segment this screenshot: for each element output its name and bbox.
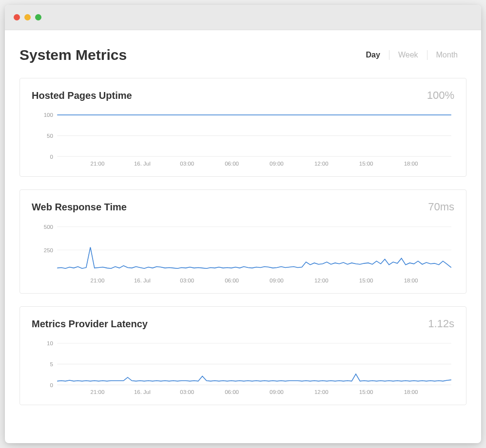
range-month[interactable]: Month	[428, 51, 467, 59]
svg-text:0: 0	[50, 382, 53, 388]
svg-text:5: 5	[50, 361, 53, 367]
svg-text:03:00: 03:00	[180, 389, 194, 395]
range-day[interactable]: Day	[357, 51, 389, 59]
svg-text:21:00: 21:00	[91, 389, 105, 395]
svg-text:16. Jul: 16. Jul	[134, 389, 151, 395]
svg-text:18:00: 18:00	[404, 161, 418, 167]
card-header: Web Response Time 70ms	[32, 201, 454, 213]
chart-series-line	[57, 374, 451, 381]
page-content: System Metrics Day Week Month Hosted Pag…	[5, 30, 481, 443]
card-title: Hosted Pages Uptime	[32, 90, 132, 101]
svg-text:500: 500	[44, 224, 53, 230]
chart-svg: 25050021:0016. Jul03:0006:0009:0012:0015…	[32, 218, 454, 284]
card-title: Metrics Provider Latency	[32, 318, 148, 330]
page-header: System Metrics Day Week Month	[19, 47, 467, 63]
svg-text:06:00: 06:00	[225, 161, 239, 167]
card-title: Web Response Time	[32, 202, 127, 213]
app-window: System Metrics Day Week Month Hosted Pag…	[5, 5, 481, 443]
chart-svg: 051021:0016. Jul03:0006:0009:0012:0015:0…	[32, 335, 454, 396]
card-value: 1.12s	[428, 317, 454, 330]
window-titlebar	[5, 5, 481, 30]
svg-text:21:00: 21:00	[91, 161, 105, 167]
svg-text:18:00: 18:00	[404, 389, 418, 395]
svg-text:12:00: 12:00	[314, 161, 329, 167]
metric-card-uptime: Hosted Pages Uptime 100% 05010021:0016. …	[19, 78, 467, 177]
minimize-icon[interactable]	[24, 14, 31, 20]
chart-response-time: 25050021:0016. Jul03:0006:0009:0012:0015…	[32, 218, 454, 284]
metric-card-response-time: Web Response Time 70ms 25050021:0016. Ju…	[19, 189, 467, 294]
svg-text:250: 250	[44, 247, 53, 253]
svg-text:12:00: 12:00	[314, 389, 329, 395]
card-value: 100%	[427, 89, 454, 102]
svg-text:09:00: 09:00	[270, 161, 284, 167]
range-week[interactable]: Week	[389, 51, 427, 59]
metric-card-latency: Metrics Provider Latency 1.12s 051021:00…	[19, 306, 467, 405]
svg-text:15:00: 15:00	[359, 161, 373, 167]
svg-text:10: 10	[47, 340, 53, 346]
svg-text:0: 0	[50, 154, 53, 160]
chart-uptime: 05010021:0016. Jul03:0006:0009:0012:0015…	[32, 107, 454, 168]
svg-text:15:00: 15:00	[359, 389, 373, 395]
svg-text:03:00: 03:00	[180, 278, 194, 283]
svg-text:06:00: 06:00	[225, 389, 239, 395]
svg-text:06:00: 06:00	[225, 278, 239, 283]
svg-text:15:00: 15:00	[359, 278, 373, 283]
svg-text:09:00: 09:00	[270, 389, 284, 395]
svg-text:100: 100	[44, 112, 53, 118]
svg-text:21:00: 21:00	[91, 278, 105, 283]
close-icon[interactable]	[14, 14, 20, 20]
svg-text:16. Jul: 16. Jul	[134, 278, 151, 283]
svg-text:50: 50	[47, 133, 53, 139]
svg-text:16. Jul: 16. Jul	[134, 161, 151, 167]
svg-text:03:00: 03:00	[180, 161, 194, 167]
card-value: 70ms	[428, 201, 454, 213]
maximize-icon[interactable]	[35, 14, 41, 20]
time-range-picker: Day Week Month	[357, 50, 467, 60]
chart-svg: 05010021:0016. Jul03:0006:0009:0012:0015…	[32, 107, 454, 168]
card-header: Metrics Provider Latency 1.12s	[32, 317, 454, 330]
svg-text:09:00: 09:00	[270, 278, 284, 283]
svg-text:12:00: 12:00	[314, 278, 329, 283]
chart-series-line	[57, 247, 451, 269]
card-header: Hosted Pages Uptime 100%	[32, 89, 454, 102]
chart-latency: 051021:0016. Jul03:0006:0009:0012:0015:0…	[32, 335, 454, 396]
svg-text:18:00: 18:00	[404, 278, 418, 283]
page-title: System Metrics	[19, 47, 127, 63]
